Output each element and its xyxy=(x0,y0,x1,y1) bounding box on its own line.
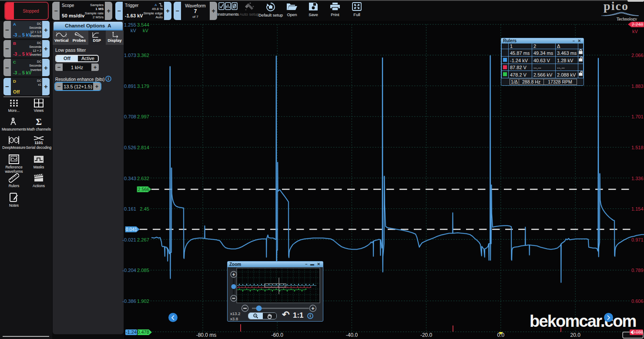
svg-text:1.883: 1.883 xyxy=(631,84,644,89)
svg-text:2.085: 2.085 xyxy=(137,268,149,273)
svg-text:40.63 V: 40.63 V xyxy=(533,58,550,63)
svg-text:2.566 kV: 2.566 kV xyxy=(533,72,553,77)
svg-text:1/Δ: 1/Δ xyxy=(511,79,518,84)
svg-text:-0.021: -0.021 xyxy=(122,237,136,242)
svg-text:kV: kV xyxy=(131,28,137,33)
svg-text:-20.0: -20.0 xyxy=(420,332,433,338)
svg-text:478.2 V: 478.2 V xyxy=(510,72,527,77)
svg-text:288.8 Hz: 288.8 Hz xyxy=(522,79,540,84)
svg-text:-40.0: -40.0 xyxy=(346,332,358,338)
svg-text:--.--: --.-- xyxy=(533,65,541,70)
svg-text:0.161: 0.161 xyxy=(124,206,136,211)
svg-text:-0.386: -0.386 xyxy=(122,299,136,304)
svg-text:0.041: 0.041 xyxy=(126,227,137,232)
svg-text:2.566: 2.566 xyxy=(138,187,149,192)
svg-text:3.463 ms: 3.463 ms xyxy=(557,50,577,56)
svg-text:Σ: Σ xyxy=(36,117,42,126)
svg-text:2.066: 2.066 xyxy=(631,53,644,58)
svg-text:--.--: --.-- xyxy=(557,65,565,70)
svg-text:2.997: 2.997 xyxy=(137,114,149,119)
svg-text:1.154: 1.154 xyxy=(631,206,644,211)
svg-text:49.34 ms: 49.34 ms xyxy=(533,50,553,56)
svg-text:3.179: 3.179 xyxy=(137,84,149,89)
svg-text:-60.0: -60.0 xyxy=(272,332,284,338)
svg-text:2.088 kV: 2.088 kV xyxy=(557,72,576,77)
svg-text:1: 1 xyxy=(510,44,513,49)
svg-text:0.708: 0.708 xyxy=(124,114,136,119)
svg-text:0.789: 0.789 xyxy=(631,268,644,273)
svg-text:0.971: 0.971 xyxy=(631,237,644,242)
svg-text:+: + xyxy=(311,305,315,312)
svg-text:0.891: 0.891 xyxy=(124,84,136,89)
svg-text:1.073: 1.073 xyxy=(124,53,136,58)
svg-text:0.606: 0.606 xyxy=(631,299,644,304)
svg-text:+: + xyxy=(232,272,235,278)
svg-text:-1.24: -1.24 xyxy=(126,329,137,335)
svg-text:1.255: 1.255 xyxy=(124,22,136,27)
svg-text:45.87 ms: 45.87 ms xyxy=(510,50,530,56)
svg-text:1101: 1101 xyxy=(34,141,43,144)
svg-text:2.632: 2.632 xyxy=(137,176,149,181)
svg-text:2: 2 xyxy=(533,44,536,49)
svg-text:1.701: 1.701 xyxy=(631,114,644,119)
svg-text:17328 RPM: 17328 RPM xyxy=(548,79,572,84)
svg-text:kV: kV xyxy=(632,29,638,34)
svg-text:3.362: 3.362 xyxy=(137,53,149,58)
svg-text:0.526: 0.526 xyxy=(124,145,136,150)
svg-text:1.902: 1.902 xyxy=(137,299,149,304)
svg-text:87.82 V: 87.82 V xyxy=(510,65,527,70)
svg-text:-0.204: -0.204 xyxy=(122,268,136,273)
svg-text:3.544: 3.544 xyxy=(137,22,149,27)
svg-text:0.478: 0.478 xyxy=(137,329,149,335)
svg-text:-1.24 kV: -1.24 kV xyxy=(510,58,528,63)
svg-text:2.45: 2.45 xyxy=(140,206,149,211)
svg-text:kV: kV xyxy=(143,28,149,33)
svg-text:-80.0 ms: -80.0 ms xyxy=(196,332,217,338)
svg-text:2.267: 2.267 xyxy=(137,237,149,242)
svg-text:1.518: 1.518 xyxy=(631,145,644,150)
svg-text:2.814: 2.814 xyxy=(137,145,149,150)
svg-text:1.28 kV: 1.28 kV xyxy=(557,58,574,63)
svg-text:1.336: 1.336 xyxy=(631,176,644,181)
svg-text:Δ: Δ xyxy=(557,44,560,49)
svg-text:20.0: 20.0 xyxy=(570,332,581,338)
svg-text:0.343: 0.343 xyxy=(124,176,136,181)
